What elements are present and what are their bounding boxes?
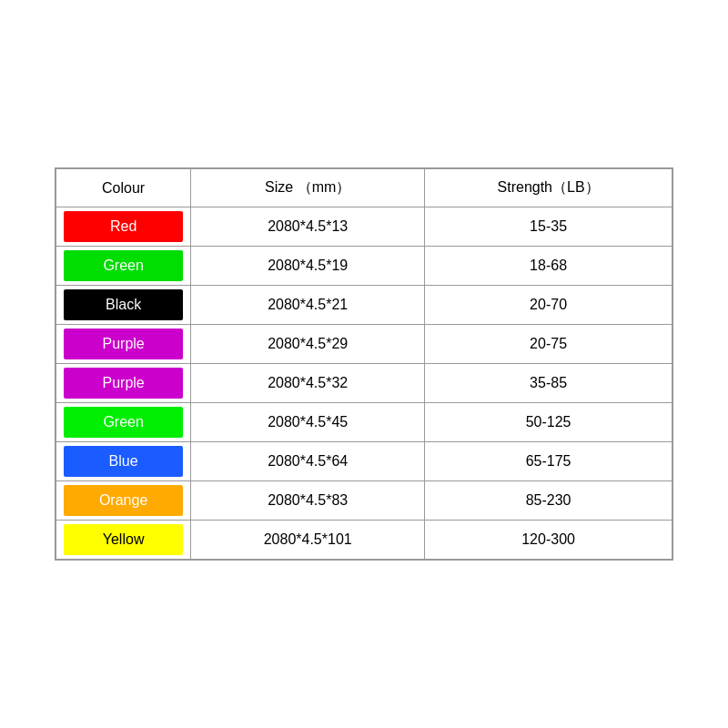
strength-cell: 18-68 xyxy=(425,247,672,286)
size-cell: 2080*4.5*45 xyxy=(191,403,425,442)
table-row: Green2080*4.5*1918-68 xyxy=(56,247,672,286)
table-row: Purple2080*4.5*3235-85 xyxy=(56,364,672,403)
size-cell: 2080*4.5*32 xyxy=(191,364,425,403)
strength-cell: 35-85 xyxy=(425,364,672,403)
table-row: Blue2080*4.5*6465-175 xyxy=(56,442,672,481)
strength-cell: 65-175 xyxy=(425,442,672,481)
colour-cell: Yellow xyxy=(56,521,191,560)
colour-cell: Orange xyxy=(56,481,191,521)
table-row: Black2080*4.5*2120-70 xyxy=(56,286,672,325)
colour-badge: Green xyxy=(64,250,183,281)
size-cell: 2080*4.5*21 xyxy=(191,286,425,325)
colour-cell: Green xyxy=(56,403,191,442)
size-cell: 2080*4.5*64 xyxy=(191,442,425,481)
colour-cell: Blue xyxy=(56,442,191,481)
colour-badge: Green xyxy=(64,407,183,438)
header-size: Size （mm） xyxy=(191,169,425,207)
colour-badge: Purple xyxy=(64,329,183,359)
table-row: Purple2080*4.5*2920-75 xyxy=(56,325,672,364)
colour-badge: Yellow xyxy=(64,524,183,555)
colour-cell: Green xyxy=(56,247,191,286)
table-row: Yellow2080*4.5*101120-300 xyxy=(56,521,672,560)
colour-badge: Purple xyxy=(64,368,183,399)
strength-cell: 20-70 xyxy=(425,286,672,325)
size-cell: 2080*4.5*19 xyxy=(191,247,425,286)
colour-cell: Purple xyxy=(56,325,191,364)
colour-badge: Orange xyxy=(64,485,183,516)
table-row: Red2080*4.5*1315-35 xyxy=(56,207,672,247)
size-cell: 2080*4.5*101 xyxy=(191,521,425,560)
size-cell: 2080*4.5*29 xyxy=(191,325,425,364)
strength-cell: 15-35 xyxy=(425,207,672,247)
colour-cell: Black xyxy=(56,286,191,325)
size-cell: 2080*4.5*83 xyxy=(191,481,425,521)
strength-cell: 120-300 xyxy=(425,521,672,560)
colour-badge: Black xyxy=(64,289,183,320)
table-row: Green2080*4.5*4550-125 xyxy=(56,403,672,442)
strength-cell: 20-75 xyxy=(425,325,672,364)
table-row: Orange2080*4.5*8385-230 xyxy=(56,481,672,521)
size-cell: 2080*4.5*13 xyxy=(191,207,425,247)
strength-cell: 85-230 xyxy=(425,481,672,521)
product-table: Colour Size （mm） Strength（LB） Red2080*4.… xyxy=(55,167,673,561)
colour-cell: Red xyxy=(56,207,191,247)
header-strength: Strength（LB） xyxy=(425,169,672,207)
colour-cell: Purple xyxy=(56,364,191,403)
colour-badge: Red xyxy=(64,211,183,242)
colour-badge: Blue xyxy=(64,446,183,477)
header-colour: Colour xyxy=(56,169,191,207)
strength-cell: 50-125 xyxy=(425,403,672,442)
